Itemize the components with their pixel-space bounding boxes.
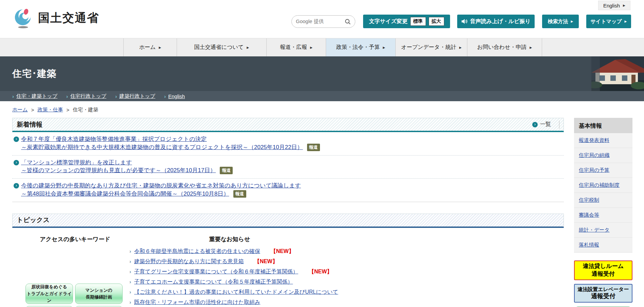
sidebar-item-housing-tax[interactable]: 住宅税制 — [574, 193, 632, 208]
banner-house-photo — [571, 56, 644, 91]
search-icon[interactable] — [345, 19, 351, 25]
notice-link[interactable]: 子育てグリーン住宅支援事業について（令和６年度補正予算関係） — [134, 268, 298, 275]
font-size-label: 文字サイズ変更 — [369, 18, 407, 25]
report-button-label: 違法設置エレベーター — [575, 286, 632, 293]
page: 国土交通省 English ▶ Google 提供 文字サイズ変更 標準 拡大 … — [0, 0, 644, 307]
keyword-button-mansion-repair[interactable]: マンションの 長期修繕計画 — [75, 284, 123, 304]
illegal-elevator-report-button[interactable]: 違法設置エレベーター 通報受付 — [574, 284, 632, 303]
content: 新着情報 › 一覧 › 令和７年度「優良木造建築物等整備推進事業」採択プロジェク… — [0, 118, 644, 307]
tab-label: 住宅・建築トップ — [16, 93, 57, 100]
press-badge[interactable]: 報道 — [220, 167, 233, 174]
nav-item-policy[interactable]: 政策・法令・予算 ▶ — [326, 38, 395, 56]
chevron-right-icon: ▶ — [571, 20, 573, 23]
report-button-label: 通報受付 — [575, 292, 632, 300]
nav-item-contact[interactable]: お問い合わせ・申請 ▶ — [467, 38, 542, 56]
sidebar-item-bureau-budget[interactable]: 住宅局の予算 — [574, 163, 632, 178]
topics-section-header: トピックス — [12, 214, 564, 228]
breadcrumb-policy[interactable]: 政策・仕事 — [37, 107, 63, 113]
search-method-button[interactable]: 検索方法 ▶ — [542, 15, 579, 28]
news-link-line1[interactable]: 今後の建築分野の中長期的なあり方及び住宅・建築物の脱炭素化や省エネ対策のあり方に… — [21, 182, 301, 190]
nav-label: 政策・法令・予算 — [336, 44, 380, 51]
nav-item-press[interactable]: 報道・広報 ▶ — [266, 38, 326, 56]
keywords-grid: 原状回復をめぐる トラブルとガイドライン マンションの 長期修繕計画 — [25, 284, 124, 307]
english-button-label: English — [603, 3, 620, 8]
news-link-line1[interactable]: 「マンション標準管理規約」を改正します — [21, 159, 132, 167]
english-button[interactable]: English ▶ — [598, 1, 630, 10]
chevron-right-icon: ▶ — [310, 46, 312, 49]
sidebar-link-label: 統計・データ — [579, 227, 610, 233]
breadcrumb-home[interactable]: ホーム — [12, 107, 28, 113]
chevron-right-icon: › — [129, 258, 131, 264]
nav-item-opendata[interactable]: オープンデータ・統計 ▶ — [395, 38, 467, 56]
news-list-link-label: 一覧 — [540, 121, 551, 128]
tab-housing-building-top[interactable]: › 住宅・建築トップ — [12, 93, 57, 100]
audio-read-button[interactable]: 音声読み上げ・ルビ振り — [457, 15, 535, 28]
sitemap-button[interactable]: サイトマップ ▶ — [586, 15, 631, 28]
news-list: › 令和７年度「優良木造建築物等整備推進事業」採択プロジェクトの決定 ～炭素貯蔵… — [12, 132, 564, 202]
news-item: › 今後の建築分野の中長期的なあり方及び住宅・建築物の脱炭素化や省エネ対策のあり… — [12, 179, 564, 202]
nav-item-about[interactable]: 国土交通省について ▶ — [177, 38, 266, 56]
tab-building-admin-top[interactable]: › 建築行政トップ — [115, 93, 155, 100]
sidebar-item-councils[interactable]: 審議会等 — [574, 208, 632, 223]
notice-link[interactable]: 子育てエコホーム支援事業について（令和５年度補正予算関係） — [134, 278, 293, 286]
font-size-standard-button[interactable]: 標準 — [410, 17, 426, 26]
new-badge: 【NEW】 — [254, 258, 278, 265]
notice-link[interactable]: 【ご注意ください！】過去の事業において利用していたドメイン及びURLについて — [134, 289, 338, 296]
sidebar-link-label: 報道発表資料 — [579, 137, 609, 143]
tab-housing-admin-top[interactable]: › 住宅行政トップ — [66, 93, 106, 100]
topics-columns: アクセスの多いキーワード 原状回復をめぐる トラブルとガイドライン マンションの… — [12, 233, 564, 307]
keywords-column: アクセスの多いキーワード 原状回復をめぐる トラブルとガイドライン マンションの… — [21, 233, 129, 307]
illegal-room-report-button[interactable]: 違法貸しルーム 通報受付 — [574, 260, 632, 280]
keyword-label: 原状回復をめぐる — [31, 284, 67, 290]
chevron-right-icon: ▶ — [530, 46, 532, 49]
news-link-line1[interactable]: 令和７年度「優良木造建築物等整備推進事業」採択プロジェクトの決定 — [21, 135, 207, 143]
news-link-line2[interactable]: ～炭素貯蔵効果が期待できる中大規模木造建築物の普及に資するプロジェクトを採択～（… — [21, 143, 303, 151]
circle-arrow-icon: › — [14, 183, 19, 188]
chevron-right-icon: ▶ — [247, 46, 249, 49]
breadcrumb-current: 住宅・建築 — [73, 107, 98, 113]
notice-item: › 子育てエコホーム支援事業について（令和５年度補正予算関係） — [129, 277, 564, 287]
tab-english[interactable]: › English — [164, 93, 185, 99]
font-size-large-button[interactable]: 拡大 — [429, 17, 444, 26]
sidebar-link-label: 審議会等 — [579, 212, 599, 218]
sidebar-item-bid-results[interactable]: 落札情報 — [574, 238, 632, 253]
press-badge[interactable]: 報道 — [307, 144, 320, 151]
font-size-control: 文字サイズ変更 標準 拡大 — [363, 15, 450, 28]
press-badge[interactable]: 報道 — [233, 190, 246, 198]
tab-label: 建築行政トップ — [119, 93, 155, 100]
notice-item: › 【ご注意ください！】過去の事業において利用していたドメイン及びURLについて — [129, 287, 564, 297]
sidebar-link-label: 住宅局の予算 — [579, 167, 609, 173]
notice-link[interactable]: 既存住宅・リフォーム市場の活性化に向けた取組み — [134, 299, 260, 306]
news-link-line2[interactable]: ～皆様のマンションの管理規約も見直しが必要です～（2025年10月17日） — [21, 166, 216, 175]
sidebar-link-label: 住宅局の組織 — [579, 152, 609, 158]
site-logo[interactable]: 国土交通省 — [13, 7, 99, 29]
chevron-right-icon: › — [12, 93, 14, 99]
tab-label: English — [168, 93, 185, 99]
chevron-right-icon: › — [129, 279, 131, 285]
keyword-button-restoration[interactable]: 原状回復をめぐる トラブルとガイドライン — [25, 284, 73, 304]
keywords-title: アクセスの多いキーワード — [21, 235, 129, 243]
global-nav: ホーム ▶ 国土交通省について ▶ 報道・広報 ▶ 政策・法令・予算 ▶ オープ… — [0, 38, 644, 56]
news-list-link[interactable]: › 一覧 — [532, 121, 551, 128]
notice-item: › 建築分野の中長期的なあり方に関する意見箱 【NEW】 — [129, 257, 564, 267]
news-item: › 令和７年度「優良木造建築物等整備推進事業」採択プロジェクトの決定 ～炭素貯蔵… — [12, 132, 564, 156]
nav-item-home[interactable]: ホーム ▶ — [123, 38, 177, 56]
sidebar-link-label: 落札情報 — [579, 242, 599, 248]
search-input[interactable]: Google 提供 — [291, 15, 355, 28]
sidebar-item-subsidy-system[interactable]: 住宅局の補助制度 — [574, 178, 632, 193]
sidebar-item-press-releases[interactable]: 報道発表資料 — [574, 133, 632, 148]
nav-label: 報道・広報 — [280, 44, 307, 51]
sidebar-item-statistics-data[interactable]: 統計・データ — [574, 223, 632, 238]
keyword-label: マンションの — [85, 287, 112, 294]
news-link-line2[interactable]: ～第48回社会資本整備審議会建築分科会等合同会議の開催～（2025年10月8日） — [21, 190, 229, 198]
notice-link[interactable]: 建築分野の中長期的なあり方に関する意見箱 — [134, 258, 244, 265]
notice-link[interactable]: 令和６年能登半島地震による被災者の住まいの確保 — [134, 248, 260, 255]
sitemap-label: サイトマップ — [590, 18, 622, 25]
chevron-right-icon: ▶ — [623, 4, 625, 7]
sidebar-item-bureau-organization[interactable]: 住宅局の組織 — [574, 148, 632, 163]
chevron-right-icon: ▶ — [159, 46, 161, 49]
keyword-label: 長期修繕計画 — [86, 294, 112, 301]
chevron-right-icon: ▶ — [625, 20, 627, 23]
report-button-label: 通報受付 — [592, 271, 615, 277]
circle-arrow-icon: › — [14, 137, 19, 142]
